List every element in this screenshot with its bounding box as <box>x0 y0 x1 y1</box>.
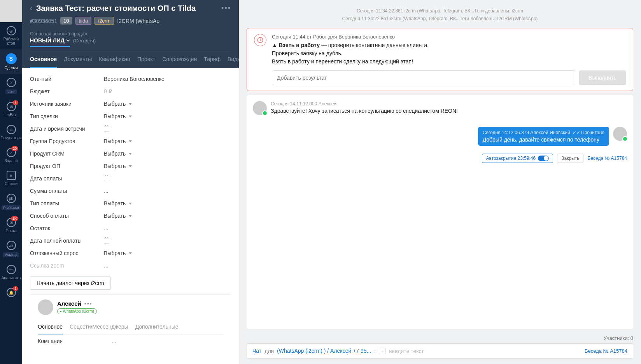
chat-channel-link[interactable]: (WhatsApp (i2crm) ) / Алексей +7 95... <box>277 348 371 354</box>
tab-qual[interactable]: Квалификац <box>99 51 130 68</box>
nav-mail[interactable]: ✉ 1K Почта <box>0 214 22 237</box>
chat-footer: Автозакрытие 23:59:46 Закрыть Беседа № A… <box>253 154 627 163</box>
task-text: ▲ Взять в работу — проверить контактные … <box>272 41 626 66</box>
stage-name-text: НОВЫЙ ЛИД <box>30 37 65 44</box>
field-value[interactable] <box>104 126 231 131</box>
nav-deals[interactable]: S Сделки <box>0 49 22 74</box>
field-row: Сумма оплаты... <box>30 185 231 197</box>
contact-tab-main[interactable]: Основное <box>38 320 63 334</box>
tab-main[interactable]: Основное <box>30 51 57 68</box>
field-value[interactable]: ... <box>104 225 231 231</box>
badge: 1K <box>11 216 18 221</box>
message-text: Здравствуйте! Хочу записаться на консуль… <box>271 108 458 114</box>
stage-selector[interactable]: НОВЫЙ ЛИД <box>30 37 70 47</box>
tab-widgets[interactable]: Виджеты <box>228 51 239 68</box>
tab-tariff[interactable]: Тариф <box>204 51 221 68</box>
task-text-line: — проверить контактные данные клиента. <box>320 42 429 48</box>
start-dialog-button[interactable]: Начать диалог через i2crm <box>30 276 111 290</box>
nav-label: Почта <box>6 229 17 233</box>
field-label: Сумма оплаты <box>30 188 104 194</box>
chat-mode-link[interactable]: Чат <box>252 348 261 354</box>
analytics-icon: 〰 <box>7 265 16 274</box>
field-label: Тип оплаты <box>30 200 104 206</box>
company-value[interactable]: ... <box>112 338 223 344</box>
deal-title[interactable]: Заявка Тест: расчет стоимости ОП с Tilda <box>36 4 217 13</box>
nav-imbox[interactable]: ✉ 8 imBox <box>0 98 22 121</box>
field-label: Отв-ный <box>30 76 104 82</box>
contact-tabs: Основное Соцсети/Мессенджеры Дополнитель… <box>38 320 223 335</box>
message-avatar[interactable] <box>613 127 627 141</box>
nav-notifications[interactable]: 🔔 3 <box>0 284 22 303</box>
nav-profitbase[interactable]: pb Profitbase <box>0 190 22 214</box>
task-text-line: Проверить заявку на дубль. <box>272 50 343 56</box>
field-value[interactable]: Вероника Богословенко <box>104 76 231 82</box>
task-result-input[interactable] <box>272 70 575 85</box>
field-value[interactable] <box>104 176 231 181</box>
field-value[interactable]: Выбрать <box>104 200 231 206</box>
message-avatar[interactable] <box>253 101 267 115</box>
buyers-icon: ☺ <box>7 125 16 134</box>
contact-channel-badge: WhatsApp (i2crm) <box>57 308 97 314</box>
nav-analytics[interactable]: 〰 Аналитика <box>0 261 22 284</box>
message-meta: Сегодня 14:11:12.000 Алексей <box>271 101 458 107</box>
task-complete-button[interactable]: Выполнить <box>579 70 626 85</box>
field-label: Остаток <box>30 225 104 231</box>
field-value[interactable]: Выбрать <box>104 150 231 157</box>
conversation-id[interactable]: Беседа № A15784 <box>585 348 627 354</box>
wz-icon: wz <box>7 241 16 250</box>
field-row: Отложенный спросВыбрать <box>30 247 231 259</box>
field-value[interactable]: Выбрать <box>104 113 231 119</box>
nav-lists[interactable]: ≡ Списки <box>0 167 22 190</box>
contact-avatar[interactable] <box>38 299 53 315</box>
contact-name[interactable]: Алексей <box>57 300 81 307</box>
fields-list: Отв-ныйВероника БогословенкоБюджет0 ₽Ист… <box>22 68 239 364</box>
score-pill[interactable]: 10 <box>60 17 72 24</box>
nav-desktop[interactable]: ◎ Рабочий стол <box>0 22 22 49</box>
field-value[interactable]: Выбрать <box>104 138 231 144</box>
tag-i2crm[interactable]: i2crm <box>95 17 114 25</box>
chat-dropdown-icon[interactable]: ⌄ <box>379 348 386 354</box>
field-value[interactable]: Выбрать <box>104 163 231 169</box>
pipeline-name[interactable]: Основная воронка продаж <box>30 31 231 37</box>
i2crm-icon: i2 <box>7 78 16 87</box>
field-value[interactable]: ... <box>104 188 231 194</box>
tab-docs[interactable]: Документы <box>64 51 92 68</box>
field-row: Остаток... <box>30 222 231 234</box>
field-value[interactable]: Выбрать <box>104 250 231 256</box>
nav-label: Profitbase <box>2 205 21 210</box>
participants-count[interactable]: Участники: 0 <box>247 333 633 343</box>
field-row: Источник заявкиВыбрать <box>30 98 231 110</box>
autoclose-toggle[interactable]: Автозакрытие 23:59:46 <box>482 154 553 163</box>
clock-icon <box>254 34 266 46</box>
tag-tilda[interactable]: tilda <box>75 17 92 25</box>
tab-project[interactable]: Проект <box>137 51 155 68</box>
task-title: Взять в работу <box>279 42 320 48</box>
field-value[interactable]: ... <box>104 262 231 269</box>
contact-more-icon[interactable]: ••• <box>84 301 93 307</box>
log-line: Сегодня 11:34:22.861 i2crm (WhatsApp, Te… <box>247 15 633 23</box>
nav-buyers[interactable]: ☺ Покупатели <box>0 121 22 144</box>
user-avatar[interactable] <box>0 0 22 22</box>
nav-i2crm[interactable]: i2 i2crm <box>0 74 22 98</box>
chat-area: Сегодня 14:11:12.000 Алексей Здравствуйт… <box>247 95 633 329</box>
field-value[interactable] <box>104 238 231 243</box>
field-value[interactable]: Выбрать <box>104 101 231 107</box>
nav-wazzup[interactable]: wz Wazzup <box>0 237 22 261</box>
close-chat-button[interactable]: Закрыть <box>557 154 583 163</box>
more-menu-icon[interactable]: ••• <box>221 4 231 12</box>
nav-label: imBox <box>6 113 17 117</box>
nav-tasks[interactable]: ✓ 20 Задачи <box>0 144 22 167</box>
field-value[interactable]: Выбрать <box>104 213 231 219</box>
chat-text-input[interactable]: введите текст <box>389 348 581 354</box>
field-label: Источник заявки <box>30 101 104 107</box>
conversation-link[interactable]: Беседа № A15784 <box>587 156 627 161</box>
contact-tab-extra[interactable]: Дополнительные <box>135 320 179 334</box>
contact-tab-social[interactable]: Соцсети/Мессенджеры <box>70 320 128 334</box>
back-arrow-icon[interactable]: ‹ <box>30 4 32 12</box>
tab-support[interactable]: Сопровожден <box>162 51 197 68</box>
integration-label: I2CRM (WhatsAp <box>117 18 159 24</box>
field-label: Группа Продуктов <box>30 138 104 144</box>
nav-label: i2crm <box>5 89 17 94</box>
field-value[interactable]: 0 ₽ <box>104 88 231 94</box>
nav-label: Аналитика <box>2 276 21 280</box>
